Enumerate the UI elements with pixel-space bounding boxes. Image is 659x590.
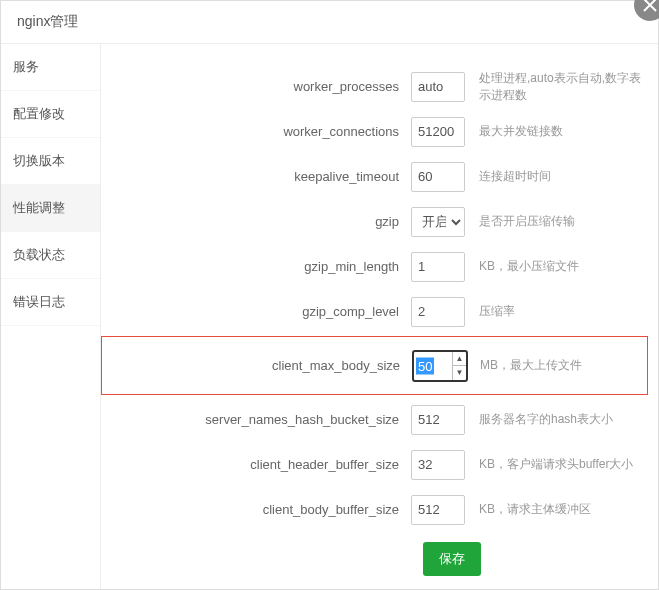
sidebar-item-service[interactable]: 服务 xyxy=(1,44,100,91)
sidebar: 服务 配置修改 切换版本 性能调整 负载状态 错误日志 xyxy=(1,44,101,589)
row-gzip-min-length: gzip_min_length KB，最小压缩文件 xyxy=(101,244,648,289)
field-desc: 服务器名字的hash表大小 xyxy=(471,411,648,428)
field-desc: 最大并发链接数 xyxy=(471,123,648,140)
sidebar-item-label: 切换版本 xyxy=(13,153,65,168)
row-gzip-comp-level: gzip_comp_level 压缩率 xyxy=(101,289,648,334)
gzip-min-length-input[interactable] xyxy=(411,252,465,282)
sidebar-item-label: 性能调整 xyxy=(13,200,65,215)
field-label: gzip xyxy=(101,214,411,229)
client-header-buffer-input[interactable] xyxy=(411,450,465,480)
field-desc: 处理进程,auto表示自动,数字表示进程数 xyxy=(471,70,648,104)
field-desc: KB，请求主体缓冲区 xyxy=(471,501,648,518)
field-label: client_header_buffer_size xyxy=(101,457,411,472)
gzip-comp-level-input[interactable] xyxy=(411,297,465,327)
sidebar-item-label: 服务 xyxy=(13,59,39,74)
client-max-body-size-spinner[interactable]: 50 ▲ ▼ xyxy=(412,350,468,382)
field-label: keepalive_timeout xyxy=(101,169,411,184)
modal-title: nginx管理 xyxy=(17,13,78,29)
close-icon xyxy=(643,0,657,12)
field-desc: MB，最大上传文件 xyxy=(472,357,647,374)
highlight-box: client_max_body_size 50 ▲ ▼ MB，最大上传文件 xyxy=(101,336,648,395)
client-body-buffer-input[interactable] xyxy=(411,495,465,525)
field-label: client_body_buffer_size xyxy=(101,502,411,517)
field-desc: 压缩率 xyxy=(471,303,648,320)
spinner-up[interactable]: ▲ xyxy=(453,352,466,367)
field-label: client_max_body_size xyxy=(102,358,412,373)
sidebar-item-label: 负载状态 xyxy=(13,247,65,262)
sidebar-item-version[interactable]: 切换版本 xyxy=(1,138,100,185)
spinner-arrows: ▲ ▼ xyxy=(452,352,466,380)
worker-processes-input[interactable] xyxy=(411,72,465,102)
sidebar-item-config[interactable]: 配置修改 xyxy=(1,91,100,138)
save-row: 保存 xyxy=(101,532,648,576)
field-label: server_names_hash_bucket_size xyxy=(101,412,411,427)
spinner-down[interactable]: ▼ xyxy=(453,366,466,380)
row-gzip: gzip 开启 是否开启压缩传输 xyxy=(101,199,648,244)
content: worker_processes 处理进程,auto表示自动,数字表示进程数 w… xyxy=(101,44,658,589)
field-label: gzip_min_length xyxy=(101,259,411,274)
save-button[interactable]: 保存 xyxy=(423,542,481,576)
field-label: worker_processes xyxy=(101,79,411,94)
modal-header: nginx管理 xyxy=(1,1,658,44)
field-label: worker_connections xyxy=(101,124,411,139)
row-client-body-buffer: client_body_buffer_size KB，请求主体缓冲区 xyxy=(101,487,648,532)
row-server-names-hash: server_names_hash_bucket_size 服务器名字的hash… xyxy=(101,397,648,442)
worker-connections-input[interactable] xyxy=(411,117,465,147)
sidebar-item-label: 错误日志 xyxy=(13,294,65,309)
row-keepalive-timeout: keepalive_timeout 连接超时时间 xyxy=(101,154,648,199)
row-client-header-buffer: client_header_buffer_size KB，客户端请求头buffe… xyxy=(101,442,648,487)
sidebar-item-label: 配置修改 xyxy=(13,106,65,121)
server-names-hash-input[interactable] xyxy=(411,405,465,435)
keepalive-timeout-input[interactable] xyxy=(411,162,465,192)
row-worker-processes: worker_processes 处理进程,auto表示自动,数字表示进程数 xyxy=(101,64,648,109)
sidebar-item-errorlog[interactable]: 错误日志 xyxy=(1,279,100,326)
sidebar-item-load[interactable]: 负载状态 xyxy=(1,232,100,279)
field-desc: KB，客户端请求头buffer大小 xyxy=(471,456,648,473)
field-desc: 连接超时时间 xyxy=(471,168,648,185)
field-label: gzip_comp_level xyxy=(101,304,411,319)
field-desc: 是否开启压缩传输 xyxy=(471,213,648,230)
row-client-max-body-size: client_max_body_size 50 ▲ ▼ MB，最大上传文件 xyxy=(102,343,647,388)
row-worker-connections: worker_connections 最大并发链接数 xyxy=(101,109,648,154)
sidebar-item-performance[interactable]: 性能调整 xyxy=(1,185,100,232)
gzip-select[interactable]: 开启 xyxy=(411,207,465,237)
field-desc: KB，最小压缩文件 xyxy=(471,258,648,275)
